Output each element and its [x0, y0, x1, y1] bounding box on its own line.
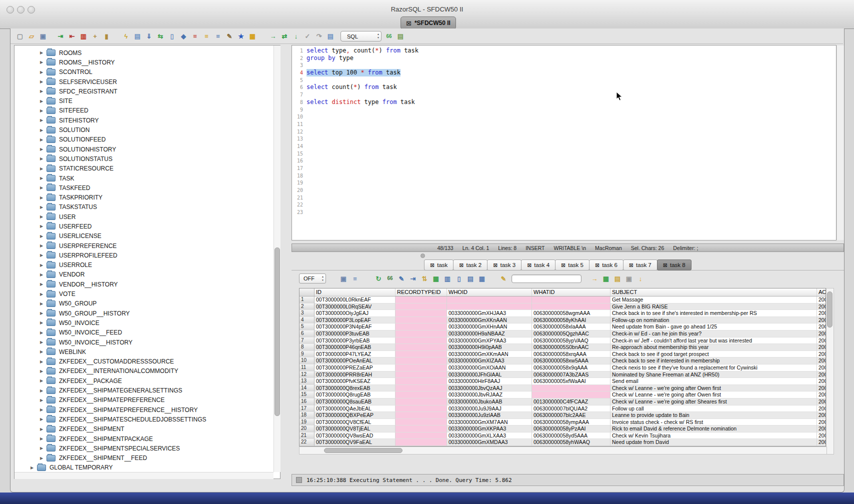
table-cell[interactable]: 0033000000GmXKPAA3 [447, 426, 532, 432]
table-cell[interactable]: 00T3000000QV9FaEAL [314, 439, 396, 446]
row-number-cell[interactable]: 20 [300, 426, 314, 432]
table-cell[interactable]: 00T3000000P3LopEAF [314, 317, 396, 324]
rollback-icon[interactable]: ↷ [314, 32, 324, 41]
table-cell[interactable]: 200 [817, 344, 826, 351]
schema-tree[interactable]: ▶ROOMS▶ROOMS__HISTORY▶SCONTROL▶SELFSERVI… [14, 45, 280, 479]
tree-item[interactable]: ▶SOLUTIONSTATUS [14, 154, 280, 164]
export-results-icon[interactable]: ▦ [602, 274, 610, 283]
table-row[interactable]: 500T3000000P3N4pEAF0033000000GmXHnAAN006… [300, 324, 826, 330]
close-tab-icon[interactable]: ⊠ [629, 262, 634, 268]
result-tab[interactable]: ⊠task 4 [521, 260, 556, 270]
close-tab-icon[interactable]: ⊠ [663, 262, 668, 268]
table-cell[interactable]: Rick to email David & reference Delmonte… [610, 426, 817, 432]
disclosure-triangle-icon[interactable]: ▶ [38, 436, 45, 441]
table-cell[interactable]: 00630000007blc2AAE [532, 412, 610, 419]
table-cell[interactable] [396, 406, 447, 412]
table-cell[interactable]: 00T3000000PREZaEAP [314, 364, 396, 372]
tree-item[interactable]: ▶ZKFEDEX__SHIPMENT [14, 424, 280, 434]
favorites-icon[interactable]: ★ [236, 32, 246, 41]
copy-db-icon[interactable]: ▥ [79, 32, 88, 41]
disclosure-triangle-icon[interactable]: ▶ [38, 70, 45, 74]
tree-item[interactable]: ▶ZKFEDEX__SHIPMENTSPECIALSERVICES [14, 444, 280, 453]
table-cell[interactable]: Check w/ Leanne - we're going after Shea… [610, 398, 817, 406]
table-row[interactable]: 100T3000000L0RknEAFGet Massage200 [300, 296, 826, 304]
sort-lines-icon[interactable]: ≡ [202, 32, 211, 41]
tree-scrollbar-thumb[interactable] [274, 248, 280, 416]
execute-sql-icon[interactable]: → [268, 32, 278, 41]
disclosure-triangle-icon[interactable]: ▶ [38, 214, 45, 219]
table-row[interactable]: 1900T3000000QV8CfEAL0033000000GmXM7AAN00… [300, 419, 826, 426]
tree-item[interactable]: ▶VENDOR__HISTORY [14, 280, 280, 289]
table-cell[interactable]: 00T3000000P47LYEAZ [314, 351, 396, 358]
tree-item[interactable]: ▶TASK [14, 174, 280, 183]
tree-item[interactable]: ▶SCONTROL [14, 68, 280, 77]
edit-sql-icon[interactable]: ▤ [613, 274, 622, 283]
row-number-cell[interactable]: 18 [300, 412, 314, 419]
generate-ddl-icon[interactable]: ⇓ [144, 32, 154, 41]
table-cell[interactable]: Re-approach about membership this year [610, 344, 817, 351]
disclosure-triangle-icon[interactable]: ▶ [38, 320, 45, 325]
table-cell[interactable]: 0033000000JbvQzAAJ [447, 385, 532, 392]
disclosure-triangle-icon[interactable]: ▶ [38, 186, 45, 190]
table-cell[interactable]: Check-in w/ Ed - can he join this year? [610, 330, 817, 338]
table-lookup-icon[interactable]: ▦ [248, 32, 257, 41]
table-cell[interactable]: 00630000005xfWaAAI [532, 378, 610, 385]
tree-item[interactable]: ▶W50_INVOICE__HISTORY [14, 338, 280, 347]
disclosure-triangle-icon[interactable]: ▶ [38, 196, 45, 200]
table-cell[interactable]: 200 [817, 310, 826, 317]
table-cell[interactable]: 0033000000H9aNBAAZ [447, 330, 532, 338]
tree-item[interactable]: ▶ZKFEDEX__SHIPMATEGENERALSETTINGS [14, 386, 280, 395]
column-header[interactable]: ID [314, 288, 396, 296]
disclosure-triangle-icon[interactable]: ▶ [38, 398, 45, 402]
tree-item[interactable]: ▶VOTE [14, 289, 280, 298]
table-cell[interactable] [396, 358, 447, 364]
disclosure-triangle-icon[interactable]: ▶ [28, 466, 36, 470]
tree-item[interactable]: ▶ZKFEDEX__SHIPMENT__FEED [14, 453, 280, 462]
result-tab[interactable]: ⊠task 3 [487, 260, 522, 270]
disclosure-triangle-icon[interactable]: ▶ [38, 253, 45, 258]
table-row[interactable]: 1700T3000000QAeJbEAL0033000000Ju9J9AAJ00… [300, 406, 826, 412]
close-tab-icon[interactable]: ⊠ [430, 262, 434, 268]
tree-item[interactable]: ▶ZKFEDEX__SHIPMATEPREFERENCE [14, 396, 280, 405]
table-cell[interactable] [532, 304, 610, 310]
highlight-search-icon[interactable]: ✎ [499, 274, 508, 283]
disclosure-triangle-icon[interactable]: ▶ [38, 156, 45, 161]
table-cell[interactable] [396, 304, 447, 310]
table-cell[interactable]: 200 [817, 385, 826, 392]
column-header[interactable]: AC [817, 288, 826, 296]
refresh-results-icon[interactable]: ↻ [374, 274, 383, 283]
tree-item[interactable]: ▶SOLUTIONFEED [14, 135, 280, 144]
edit-record-icon[interactable]: ✎ [397, 274, 406, 283]
disclosure-triangle-icon[interactable]: ▶ [38, 224, 45, 228]
table-cell[interactable]: 006300000058yKhAAI [532, 317, 610, 324]
row-number-cell[interactable]: 16 [300, 398, 314, 406]
table-cell[interactable]: Invoice status check - check w/ RS first [610, 419, 817, 426]
close-tab-icon[interactable]: ⊠ [459, 262, 464, 268]
row-number-cell[interactable]: 17 [300, 406, 314, 412]
disclosure-triangle-icon[interactable]: ▶ [38, 89, 45, 94]
table-cell[interactable]: 200 [817, 412, 826, 419]
table-cell[interactable]: 0033000000GmXIZAA3 [447, 358, 532, 364]
columns-icon[interactable]: ▥ [443, 274, 452, 283]
row-number-cell[interactable]: 7 [300, 338, 314, 344]
result-tab[interactable]: ⊠task 7 [623, 260, 658, 270]
close-tab-icon[interactable]: ⊠ [561, 262, 566, 268]
notebook-icon[interactable]: ▯ [168, 32, 176, 41]
column-header[interactable]: RECORDTYPEID [396, 288, 447, 296]
disclosure-triangle-icon[interactable]: ▶ [38, 302, 45, 306]
table-cell[interactable]: 200 [817, 432, 826, 440]
table-cell[interactable] [396, 419, 447, 426]
tree-item[interactable]: ▶SOLUTION [14, 125, 280, 134]
table-cell[interactable]: 0033000000GmXMDAA3 [447, 439, 532, 446]
align-lines-icon[interactable]: ≡ [214, 32, 222, 41]
tree-item[interactable]: ▶USERPREFERENCE [14, 241, 280, 250]
table-cell[interactable]: 006300000058yhWAAQ [532, 439, 610, 446]
fetch-down-icon[interactable]: ↓ [292, 32, 300, 41]
table-cell[interactable]: 200 [817, 296, 826, 304]
table-cell[interactable]: Check-in w/ Jeff - couldn't afford last … [610, 338, 817, 344]
disclosure-triangle-icon[interactable]: ▶ [38, 427, 45, 432]
table-cell[interactable] [396, 392, 447, 398]
document-tab[interactable]: ⊠ *SFDCW50 II [400, 16, 456, 30]
column-header[interactable]: SUBJECT [610, 288, 817, 296]
disclosure-triangle-icon[interactable]: ▶ [38, 350, 45, 354]
